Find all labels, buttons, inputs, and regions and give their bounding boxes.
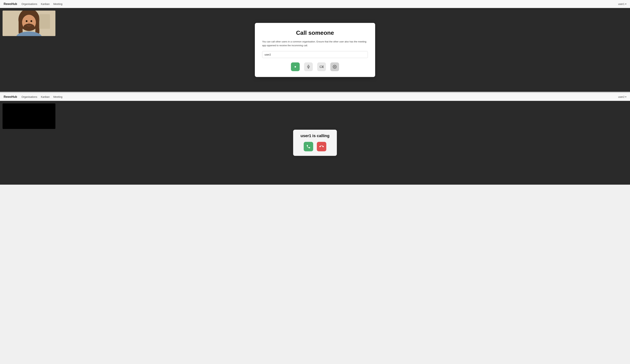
svg-point-8 bbox=[24, 24, 34, 30]
bottom-navbar: RewoHub Organisations Kanban Meeting use… bbox=[0, 93, 630, 101]
face-container bbox=[2, 10, 56, 36]
bottom-video-thumbnail bbox=[2, 103, 56, 129]
incoming-caller-text: user1 is calling bbox=[299, 134, 331, 138]
svg-rect-14 bbox=[320, 66, 322, 68]
top-nav-kanban[interactable]: Kanban bbox=[41, 2, 50, 5]
top-video-thumbnail bbox=[2, 10, 56, 36]
svg-point-5 bbox=[26, 20, 28, 22]
bottom-nav-organisations[interactable]: Organisations bbox=[22, 95, 37, 98]
call-dialog: Call someone You can call other users in… bbox=[255, 23, 375, 77]
bottom-nav-kanban[interactable]: Kanban bbox=[41, 95, 50, 98]
bottom-user-menu[interactable]: user2 bbox=[618, 95, 626, 98]
call-username-input[interactable] bbox=[262, 51, 368, 58]
top-nav-links: Organisations Kanban Meeting bbox=[22, 2, 618, 5]
call-dialog-description: You can call other users in a common org… bbox=[262, 40, 368, 47]
bottom-brand: RewoHub bbox=[4, 95, 17, 99]
video-icon bbox=[320, 65, 324, 69]
svg-rect-11 bbox=[308, 65, 309, 67]
settings-button[interactable] bbox=[330, 62, 339, 71]
top-navbar: RewoHub Organisations Kanban Meeting use… bbox=[0, 0, 630, 8]
incoming-call-actions bbox=[299, 142, 331, 151]
accept-phone-icon bbox=[306, 144, 310, 149]
incoming-call-dialog: user1 is calling bbox=[293, 130, 337, 156]
accept-call-button[interactable] bbox=[304, 142, 313, 151]
mic-icon bbox=[306, 65, 310, 69]
top-nav-organisations[interactable]: Organisations bbox=[22, 2, 37, 5]
top-brand: RewoHub bbox=[4, 2, 17, 6]
decline-call-button[interactable] bbox=[317, 142, 326, 151]
call-dialog-title: Call someone bbox=[262, 29, 368, 36]
bottom-nav-meeting[interactable]: Meeting bbox=[53, 95, 62, 98]
svg-marker-15 bbox=[322, 66, 324, 68]
svg-rect-10 bbox=[39, 14, 50, 29]
call-icon: ● bbox=[294, 65, 296, 69]
call-controls: ● bbox=[262, 62, 368, 71]
mic-button[interactable] bbox=[304, 62, 313, 71]
call-button[interactable]: ● bbox=[291, 62, 300, 71]
video-button[interactable] bbox=[317, 62, 326, 71]
top-user-menu[interactable]: user1 bbox=[618, 2, 626, 5]
bottom-main-area: user1 is calling bbox=[0, 101, 630, 185]
svg-rect-3 bbox=[35, 20, 40, 34]
bottom-nav-links: Organisations Kanban Meeting bbox=[22, 95, 618, 98]
svg-rect-2 bbox=[18, 20, 22, 34]
decline-phone-icon bbox=[318, 144, 325, 150]
svg-point-6 bbox=[30, 20, 32, 22]
gear-icon bbox=[333, 65, 337, 69]
top-nav-meeting[interactable]: Meeting bbox=[53, 2, 62, 5]
svg-point-16 bbox=[334, 66, 335, 67]
top-main-area: Call someone You can call other users in… bbox=[0, 8, 630, 92]
